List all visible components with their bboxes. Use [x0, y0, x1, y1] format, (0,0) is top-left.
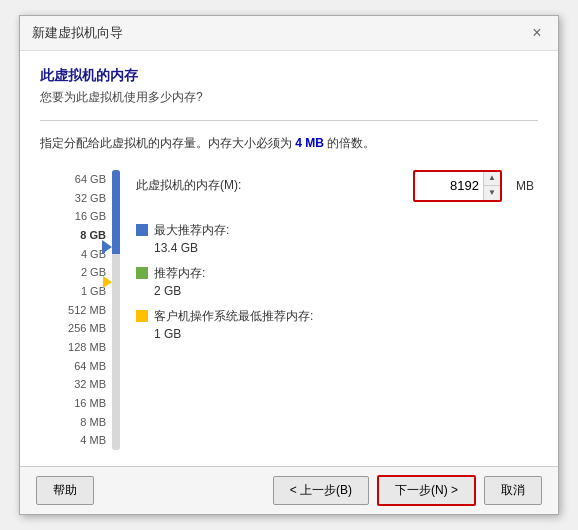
scale-label-16mb: 16 MB [40, 394, 106, 413]
scale-fill-blue [112, 170, 120, 254]
back-button[interactable]: < 上一步(B) [273, 476, 369, 505]
legend-value-rec: 2 GB [154, 284, 538, 298]
scale-label-128mb: 128 MB [40, 338, 106, 357]
scale-label-4mb: 4 MB [40, 431, 106, 450]
scale-label-64mb: 64 MB [40, 357, 106, 376]
legend-item-min: 客户机操作系统最低推荐内存: 1 GB [136, 308, 538, 341]
legend-label-max: 最大推荐内存: [154, 222, 229, 239]
legend-header-rec: 推荐内存: [136, 265, 538, 282]
legend-dot-max [136, 224, 148, 236]
close-button[interactable]: × [528, 24, 546, 42]
scale-column: 64 GB 32 GB 16 GB 8 GB 4 GB 2 GB 1 GB 51… [40, 170, 120, 450]
scale-label-8gb: 8 GB [40, 226, 106, 245]
spin-up-button[interactable]: ▲ [484, 172, 500, 186]
divider [40, 120, 538, 121]
footer: 帮助 < 上一步(B) 下一步(N) > 取消 [20, 466, 558, 514]
memory-label: 此虚拟机的内存(M): [136, 177, 241, 194]
scale-labels: 64 GB 32 GB 16 GB 8 GB 4 GB 2 GB 1 GB 51… [40, 170, 120, 450]
scale-label-64gb: 64 GB [40, 170, 106, 189]
scale-label-8mb: 8 MB [40, 413, 106, 432]
marker-blue [102, 240, 112, 254]
legend-label-min: 客户机操作系统最低推荐内存: [154, 308, 313, 325]
legend-dot-rec [136, 267, 148, 279]
spin-down-button[interactable]: ▼ [484, 186, 500, 200]
scale-label-2gb: 2 GB [40, 263, 106, 282]
right-column: 此虚拟机的内存(M): ▲ ▼ MB [136, 170, 538, 450]
memory-input-row: 此虚拟机的内存(M): ▲ ▼ MB [136, 170, 538, 202]
help-button[interactable]: 帮助 [36, 476, 94, 505]
legend-value-min: 1 GB [154, 327, 538, 341]
legend-header-min: 客户机操作系统最低推荐内存: [136, 308, 538, 325]
scale-label-256mb: 256 MB [40, 319, 106, 338]
dialog-content: 此虚拟机的内存 您要为此虚拟机使用多少内存? 指定分配给此虚拟机的内存量。内存大… [20, 51, 558, 466]
legend-item-max: 最大推荐内存: 13.4 GB [136, 222, 538, 255]
scale-label-1gb: 1 GB [40, 282, 106, 301]
unit-label: MB [516, 179, 538, 193]
scale-label-16gb: 16 GB [40, 207, 106, 226]
legend-value-max: 13.4 GB [154, 241, 538, 255]
memory-area: 64 GB 32 GB 16 GB 8 GB 4 GB 2 GB 1 GB 51… [40, 170, 538, 450]
section-subtitle: 您要为此虚拟机使用多少内存? [40, 89, 538, 106]
legend-dot-min [136, 310, 148, 322]
cancel-button[interactable]: 取消 [484, 476, 542, 505]
scale-label-4gb: 4 GB [40, 245, 106, 264]
section-title: 此虚拟机的内存 [40, 67, 538, 85]
legend-item-rec: 推荐内存: 2 GB [136, 265, 538, 298]
memory-input-box: ▲ ▼ [413, 170, 502, 202]
marker-yellow [103, 276, 112, 288]
legend-header-max: 最大推荐内存: [136, 222, 538, 239]
dialog-title: 新建虚拟机向导 [32, 24, 123, 42]
legend-label-rec: 推荐内存: [154, 265, 205, 282]
memory-input[interactable] [415, 172, 483, 200]
legend-block: 最大推荐内存: 13.4 GB 推荐内存: 2 GB [136, 222, 538, 341]
dialog: 新建虚拟机向导 × 此虚拟机的内存 您要为此虚拟机使用多少内存? 指定分配给此虚… [19, 15, 559, 515]
scale-label-32gb: 32 GB [40, 189, 106, 208]
next-button[interactable]: 下一步(N) > [377, 475, 476, 506]
info-text: 指定分配给此虚拟机的内存量。内存大小必须为 4 MB 的倍数。 [40, 135, 538, 152]
spinner-buttons: ▲ ▼ [483, 172, 500, 200]
scale-label-512mb: 512 MB [40, 301, 106, 320]
title-bar: 新建虚拟机向导 × [20, 16, 558, 51]
scale-label-32mb: 32 MB [40, 375, 106, 394]
